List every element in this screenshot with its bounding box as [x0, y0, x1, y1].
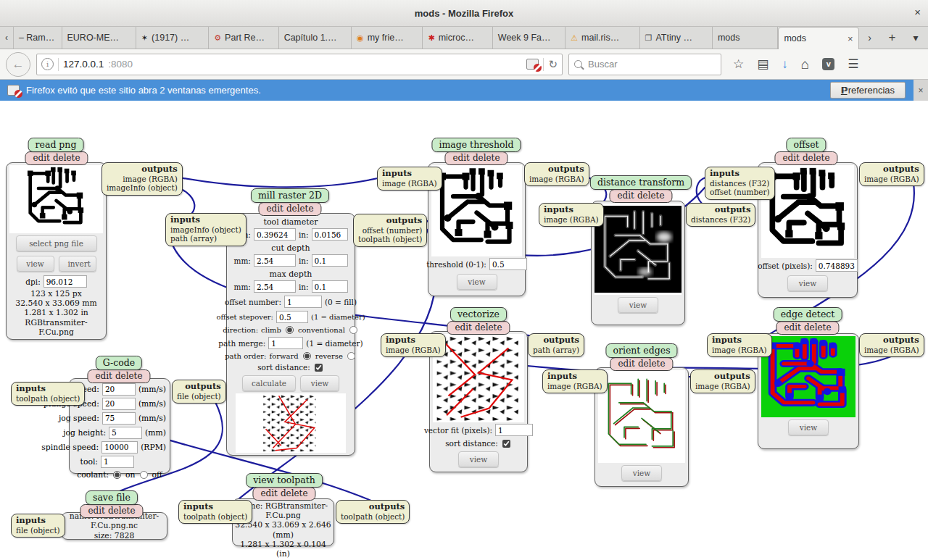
edge-title[interactable]: edge detect	[774, 307, 842, 322]
dpi-input[interactable]	[44, 275, 87, 288]
tool-diameter-in-input[interactable]	[312, 228, 348, 241]
cut-depth-mm-input[interactable]	[254, 254, 296, 267]
search-input[interactable]	[587, 58, 691, 70]
path-merge-input[interactable]	[268, 337, 303, 349]
tab-week9[interactable]: Week 9 Fa…	[493, 27, 566, 49]
tab-microc[interactable]: ✱microc…	[423, 27, 492, 49]
preferences-button[interactable]: PPreferencias	[830, 82, 906, 99]
home-icon[interactable]: ⌂	[801, 57, 809, 71]
readpng-title[interactable]: read png	[28, 138, 84, 152]
edit-link[interactable]: edit	[266, 204, 283, 214]
readpng-view-button[interactable]: view	[17, 256, 54, 272]
edit-link[interactable]: edit	[33, 153, 49, 163]
direction-climb-radio[interactable]	[286, 326, 294, 334]
edit-link[interactable]: edit	[618, 359, 634, 369]
distance-title[interactable]: distance transform	[590, 175, 692, 190]
spindle-speed-input[interactable]	[102, 441, 138, 454]
mill-inputs-pill[interactable]: inputs imageInfo (object) path (array)	[165, 213, 246, 246]
offset-outputs-pill[interactable]: outputs image (RGBA)	[859, 162, 924, 186]
delete-link[interactable]: delete	[115, 371, 143, 381]
threshold-view-button[interactable]: view	[457, 274, 497, 290]
tab-scroll-left-icon[interactable]: ‹	[0, 27, 14, 49]
gcode-inputs-pill[interactable]: inputs toolpath (object)	[11, 382, 85, 406]
edit-link[interactable]: edit	[782, 153, 799, 163]
mill-sort-distance-checkbox[interactable]	[315, 364, 323, 372]
plunge-speed-input[interactable]	[102, 398, 136, 410]
edge-outputs-pill[interactable]: outputs image (RGBA)	[859, 333, 924, 357]
tab-list-dropdown-icon[interactable]: ▾	[903, 27, 928, 49]
orient-inputs-pill[interactable]: inputs image (RGBA)	[542, 369, 608, 393]
popup-blocked-icon[interactable]	[526, 59, 539, 70]
tool-diameter-mm-input[interactable]	[254, 228, 296, 241]
tab-mail-ris[interactable]: ⚠mail.ris…	[566, 27, 639, 49]
readpng-outputs-pill[interactable]: outputs image (RGBA) imageInfo (object)	[102, 162, 183, 196]
site-info-icon[interactable]: i	[41, 58, 54, 70]
edit-link[interactable]: edit	[784, 322, 800, 333]
jog-height-input[interactable]	[109, 427, 142, 439]
max-depth-in-input[interactable]	[312, 280, 348, 293]
offset-inputs-pill[interactable]: inputs distances (F32) offset (number)	[705, 167, 775, 200]
vector-fit-input[interactable]	[495, 424, 533, 436]
tab-close-icon[interactable]: ×	[848, 33, 853, 44]
edge-inputs-pill[interactable]: inputs image (RGBA)	[707, 333, 772, 357]
back-button[interactable]: ←	[6, 52, 30, 77]
tab-ram[interactable]: – Ram…	[14, 27, 62, 49]
pocket-icon[interactable]: v	[822, 58, 834, 70]
delete-link[interactable]: delete	[53, 153, 80, 163]
delete-link[interactable]: delete	[803, 153, 830, 163]
orient-outputs-pill[interactable]: outputs image (RGBA)	[690, 369, 755, 393]
offset-view-button[interactable]: view	[787, 275, 828, 291]
offset-number-input[interactable]	[284, 296, 322, 308]
tab-capitulo[interactable]: Capítulo 1.…	[279, 27, 352, 49]
delete-link[interactable]: delete	[637, 191, 665, 201]
distance-inputs-pill[interactable]: inputs image (RGBA)	[539, 203, 604, 227]
cut-speed-input[interactable]	[102, 383, 136, 396]
max-depth-mm-input[interactable]	[254, 280, 296, 293]
threshold-input[interactable]	[489, 258, 527, 270]
delete-link[interactable]: delete	[281, 488, 308, 498]
direction-conventional-radio[interactable]	[349, 326, 357, 334]
path-order-forward-radio[interactable]	[303, 352, 311, 360]
edit-link[interactable]: edit	[88, 506, 104, 516]
coolant-off-radio[interactable]	[140, 471, 148, 479]
mill-title[interactable]: mill raster 2D	[251, 188, 329, 203]
delete-link[interactable]: delete	[638, 359, 666, 369]
distance-view-button[interactable]: view	[618, 297, 658, 313]
orient-view-button[interactable]: view	[621, 465, 662, 481]
search-bar[interactable]	[568, 54, 721, 75]
menu-icon[interactable]: ☰	[848, 58, 858, 70]
mill-view-button[interactable]: view	[300, 375, 339, 391]
reload-icon[interactable]: ↻	[548, 58, 558, 71]
tool-input[interactable]	[101, 456, 134, 468]
threshold-outputs-pill[interactable]: outputs image (RGBA)	[524, 162, 589, 186]
offset-title[interactable]: offset	[786, 138, 826, 152]
tab-1917[interactable]: ✶(1917) …	[136, 27, 209, 49]
viewtoolpath-inputs-pill[interactable]: inputs toolpath (object)	[178, 500, 252, 524]
coolant-on-radio[interactable]	[113, 471, 121, 479]
mill-outputs-pill[interactable]: outputs offset (number) toolpath (object…	[353, 214, 427, 247]
tab-part-re[interactable]: ⚙Part Re…	[209, 27, 278, 49]
delete-link[interactable]: delete	[286, 204, 314, 214]
tab-euro-me[interactable]: EURO-ME…	[62, 27, 136, 49]
orient-title[interactable]: orient edges	[605, 343, 677, 358]
gcode-outputs-pill[interactable]: outputs file (object)	[172, 380, 226, 404]
calculate-button[interactable]: calculate	[242, 375, 296, 391]
delete-link[interactable]: delete	[804, 322, 832, 333]
bookmark-star-icon[interactable]: ☆	[733, 58, 744, 70]
edit-link[interactable]: edit	[617, 191, 634, 201]
path-order-reverse-radio[interactable]	[347, 352, 355, 360]
tab-my-frie[interactable]: ◉my frie…	[352, 27, 423, 49]
offset-stepover-input[interactable]	[276, 311, 308, 323]
edge-view-button[interactable]: view	[788, 419, 829, 435]
distance-outputs-pill[interactable]: outputs distances (F32)	[686, 203, 755, 227]
bookmarks-list-icon[interactable]: ▤	[757, 58, 768, 70]
edit-link[interactable]: edit	[95, 371, 112, 381]
downloads-icon[interactable]: ↓	[782, 58, 788, 70]
vectorize-sort-distance-checkbox[interactable]	[502, 440, 510, 448]
savefile-inputs-pill[interactable]: inputs file (object)	[11, 514, 65, 538]
viewtoolpath-title[interactable]: view toolpath	[246, 473, 323, 488]
threshold-title[interactable]: image threshold	[431, 138, 521, 152]
vectorize-view-button[interactable]: view	[458, 451, 499, 467]
viewtoolpath-outputs-pill[interactable]: outputs toolpath (object)	[336, 500, 410, 524]
edit-link[interactable]: edit	[260, 488, 277, 498]
